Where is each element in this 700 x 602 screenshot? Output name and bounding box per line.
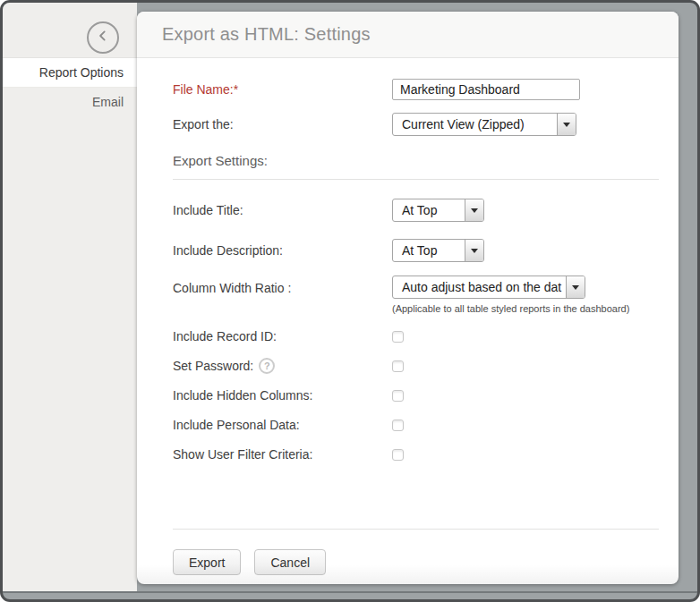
export-the-value: Current View (Zipped) <box>393 114 557 135</box>
include-hidden-columns-label: Include Hidden Columns: <box>173 388 392 403</box>
show-user-filter-criteria-checkbox[interactable] <box>392 449 404 461</box>
export-settings-panel: Export as HTML: Settings File Name:* Exp… <box>137 12 679 584</box>
section-divider <box>173 179 659 180</box>
page-title: Export as HTML: Settings <box>162 24 371 45</box>
include-description-value: At Top <box>393 240 465 261</box>
dropdown-arrow-icon <box>465 240 483 261</box>
include-record-id-row: Include Record ID: <box>137 329 679 343</box>
window-bottom-divider <box>3 591 697 593</box>
column-width-ratio-label: Column Width Ratio : <box>173 276 392 295</box>
include-title-select[interactable]: At Top <box>392 199 484 222</box>
include-description-label: Include Description: <box>173 243 392 258</box>
file-name-label: File Name:* <box>173 82 392 97</box>
set-password-label: Set Password: <box>173 359 253 373</box>
file-name-row: File Name:* <box>137 79 679 100</box>
include-personal-data-label: Include Personal Data: <box>173 418 392 432</box>
export-the-row: Export the: Current View (Zipped) <box>137 113 679 136</box>
sidebar: Report Options Email <box>3 3 137 591</box>
column-width-ratio-control: Auto adjust based on the dat (Applicable… <box>392 276 629 314</box>
column-width-ratio-value: Auto adjust based on the dat <box>393 276 566 298</box>
export-the-select[interactable]: Current View (Zipped) <box>392 113 576 136</box>
set-password-label-wrap: Set Password: ? <box>173 358 392 374</box>
back-button[interactable] <box>87 21 119 54</box>
include-record-id-label: Include Record ID: <box>173 329 392 343</box>
panel-header: Export as HTML: Settings <box>137 12 679 58</box>
sidebar-item-report-options[interactable]: Report Options <box>3 58 137 88</box>
set-password-row: Set Password: ? <box>137 359 679 373</box>
include-personal-data-checkbox[interactable] <box>392 420 404 431</box>
export-the-label: Export the: <box>173 117 392 131</box>
export-settings-section-title: Export Settings: <box>137 153 679 168</box>
show-user-filter-criteria-row: Show User Filter Criteria: <box>137 447 679 462</box>
include-record-id-checkbox[interactable] <box>392 331 404 343</box>
export-settings-window: Report Options Email Export as HTML: Set… <box>0 0 700 602</box>
dropdown-arrow-icon <box>566 276 585 298</box>
include-hidden-columns-row: Include Hidden Columns: <box>137 388 679 403</box>
help-icon[interactable]: ? <box>259 358 275 374</box>
include-description-row: Include Description: At Top <box>137 239 679 262</box>
include-title-row: Include Title: At Top <box>137 199 679 222</box>
show-user-filter-criteria-label: Show User Filter Criteria: <box>173 447 392 462</box>
include-hidden-columns-checkbox[interactable] <box>392 390 404 402</box>
footer-divider <box>173 529 659 530</box>
sidebar-item-email[interactable]: Email <box>3 88 137 117</box>
dropdown-arrow-icon <box>557 114 576 135</box>
panel-footer: Export Cancel <box>173 549 326 575</box>
file-name-input[interactable] <box>392 79 580 100</box>
include-title-label: Include Title: <box>173 203 392 217</box>
column-width-ratio-select[interactable]: Auto adjust based on the dat <box>392 276 585 299</box>
column-width-ratio-row: Column Width Ratio : Auto adjust based o… <box>137 276 679 314</box>
chevron-left-icon <box>94 27 112 48</box>
include-title-value: At Top <box>393 199 465 221</box>
panel-body: File Name:* Export the: Current View (Zi… <box>137 58 679 462</box>
include-personal-data-row: Include Personal Data: <box>137 418 679 432</box>
include-description-select[interactable]: At Top <box>392 239 484 262</box>
column-width-ratio-note: (Applicable to all table styled reports … <box>392 303 629 314</box>
cancel-button[interactable]: Cancel <box>254 549 326 575</box>
set-password-checkbox[interactable] <box>392 360 404 372</box>
dropdown-arrow-icon <box>465 199 483 221</box>
sidebar-top <box>3 3 137 58</box>
export-button[interactable]: Export <box>173 549 241 575</box>
